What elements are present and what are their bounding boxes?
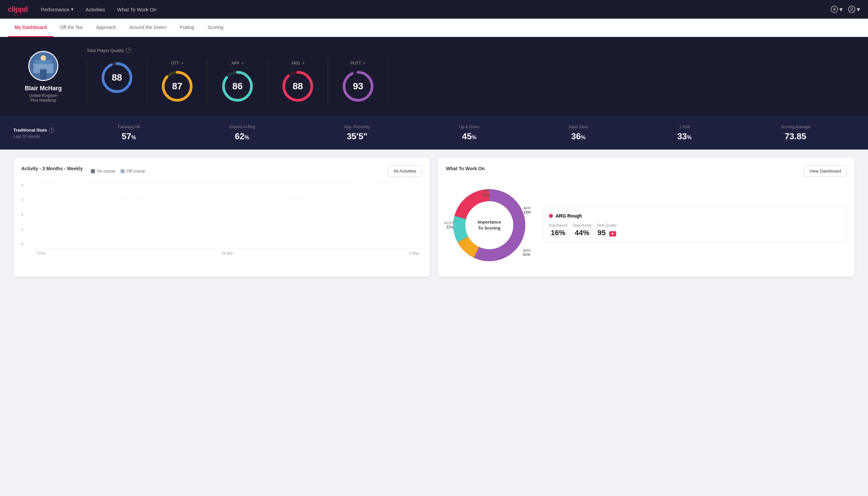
svg-point-4 (851, 7, 853, 10)
stat-scoring-average: Scoring Average 73.85 (781, 125, 810, 142)
y-axis: 4 3 2 1 0 (21, 182, 23, 247)
fairways-value: 57% (118, 131, 140, 142)
nav-what-to-work-on[interactable]: What To Work On (117, 7, 157, 12)
donut-chart: ImportanceTo Scoring OTT10% APP12% ARG21… (446, 182, 533, 268)
chart-inner: 4 3 2 1 0 (33, 182, 422, 255)
chart-title: Activity - 3 Months - Weekly (21, 166, 83, 171)
activity-chart-card: Activity - 3 Months - Weekly On course O… (13, 158, 430, 277)
sand-label: Sand Save (569, 125, 588, 129)
app-prox-label: App. Proximity (344, 125, 370, 129)
bottom-section: Activity - 3 Months - Weekly On course O… (0, 150, 868, 284)
updown-label: Up & Down (459, 125, 479, 129)
nav-left: clippd Performance ▾ Activities What To … (8, 5, 157, 14)
top-nav: clippd Performance ▾ Activities What To … (0, 0, 868, 19)
traditional-stats: Traditional Stats ? Last 20 rounds Fairw… (0, 116, 868, 150)
arg-score-value: 88 (293, 81, 303, 92)
off-course-dot (121, 169, 125, 173)
wtwo-header: What To Work On View Dashboard (446, 166, 847, 176)
total-circle: 88 (100, 61, 133, 94)
nav-activities[interactable]: Activities (85, 7, 105, 12)
what-to-work-on-card: What To Work On View Dashboard (438, 158, 855, 277)
putt-score-value: 93 (353, 81, 363, 92)
app-prox-value: 35'5" (344, 131, 370, 142)
donut-center-text: ImportanceTo Scoring (478, 219, 501, 231)
ott-circle: 87 (160, 69, 194, 103)
app-trend-icon: ↗ (241, 61, 244, 66)
arg-donut-label: ARG21% (523, 248, 531, 257)
nav-links: Performance ▾ Activities What To Work On (41, 6, 157, 12)
arg-opportunity: Opportunity 44% (572, 223, 591, 237)
updown-value: 45% (459, 131, 479, 142)
tab-off-the-tee[interactable]: Off the Tee (53, 19, 89, 37)
app-score-value: 86 (232, 81, 242, 92)
grid-line-2 (33, 216, 422, 216)
grid-lines (33, 182, 422, 249)
legend-off-course: Off course (121, 169, 145, 173)
header-inner: Blair McHarg United Kingdom Plus Handica… (13, 48, 855, 106)
app-donut-label: APP12% (524, 206, 531, 214)
stats-help-icon[interactable]: ? (49, 128, 54, 133)
user-menu[interactable]: ▾ (848, 5, 860, 13)
tab-my-dashboard[interactable]: My Dashboard (8, 19, 53, 37)
importance-label: Importance (549, 223, 567, 227)
stats-subtitle: Last 20 rounds (13, 134, 73, 139)
grid-line-3 (33, 199, 422, 199)
stat-app-proximity: App. Proximity 35'5" (344, 125, 370, 142)
opportunity-value: 44% (572, 229, 591, 237)
arg-card-dot (549, 214, 553, 218)
tab-putting[interactable]: Putting (173, 19, 201, 37)
stats-label: Traditional Stats ? Last 20 rounds (13, 128, 73, 139)
player-name: Blair McHarg (25, 85, 62, 92)
player-info: Blair McHarg United Kingdom Plus Handica… (13, 51, 73, 103)
chart-header: Activity - 3 Months - Weekly On course O… (21, 166, 422, 176)
donut-section: ImportanceTo Scoring OTT10% APP12% ARG21… (446, 182, 847, 268)
arg-importance: Importance 16% (549, 223, 567, 237)
help-icon[interactable]: ? (126, 48, 131, 53)
putt-donut-label: PUTT57% (444, 221, 454, 229)
shot-quality-value: 95 ▼ (597, 229, 617, 237)
ott-donut-label: OTT10% (483, 189, 490, 197)
app-logo: clippd (8, 5, 28, 14)
arg-trend-icon: ↗ (301, 61, 304, 66)
tab-scoring[interactable]: Scoring (201, 19, 230, 37)
chart-grid (33, 182, 422, 249)
nav-performance[interactable]: Performance ▾ (41, 6, 74, 12)
greens-label: Greens In Reg (229, 125, 255, 129)
on-course-dot (91, 169, 95, 173)
arg-card-title: ARG Rough (549, 213, 841, 218)
oneputt-label: 1 Putt (677, 125, 692, 129)
fairways-label: Fairways Hit (118, 125, 140, 129)
shot-quality-badge: ▼ (609, 231, 616, 236)
score-circles: 88 OTT ↗ 87 (86, 58, 855, 106)
tab-approach[interactable]: Approach (89, 19, 123, 37)
legend-on-course: On course (91, 169, 115, 173)
nav-right: ▾ ▾ (831, 5, 860, 13)
app-label: APP ↗ (231, 61, 243, 66)
avatar-image (29, 52, 57, 80)
stats-items: Fairways Hit 57% Greens In Reg 62% App. … (73, 125, 855, 142)
tab-around-the-green[interactable]: Around the Green (123, 19, 173, 37)
putt-circle: 93 (342, 69, 375, 103)
chart-legend: On course Off course (91, 169, 145, 173)
sub-nav: My Dashboard Off the Tee Approach Around… (0, 19, 868, 37)
score-arg: ARG ↗ 88 (268, 58, 328, 106)
view-dashboard-button[interactable]: View Dashboard (804, 166, 847, 176)
chart-area: 4 3 2 1 0 (21, 182, 422, 255)
chart-header-left: Activity - 3 Months - Weekly On course O… (21, 166, 145, 176)
stat-greens-in-reg: Greens In Reg 62% (229, 125, 255, 142)
sand-value: 36% (569, 131, 588, 142)
oneputt-value: 33% (677, 131, 692, 142)
scoring-avg-value: 73.85 (781, 131, 810, 142)
putt-trend-icon: ↗ (362, 61, 365, 66)
add-button[interactable]: ▾ (831, 5, 843, 13)
all-activities-button[interactable]: All Activities (388, 166, 422, 176)
arg-circle: 88 (281, 69, 314, 103)
app-circle: 86 (221, 69, 254, 103)
scoring-avg-label: Scoring Average (781, 125, 810, 129)
scores-section: Total Player Quality ? 88 (86, 48, 855, 106)
arg-metrics: Importance 16% Opportunity 44% Shot Qual… (549, 223, 841, 237)
grid-line-4 (33, 182, 422, 182)
stat-one-putt: 1 Putt 33% (677, 125, 692, 142)
ott-trend-icon: ↗ (180, 61, 184, 66)
ott-label: OTT ↗ (171, 61, 184, 66)
